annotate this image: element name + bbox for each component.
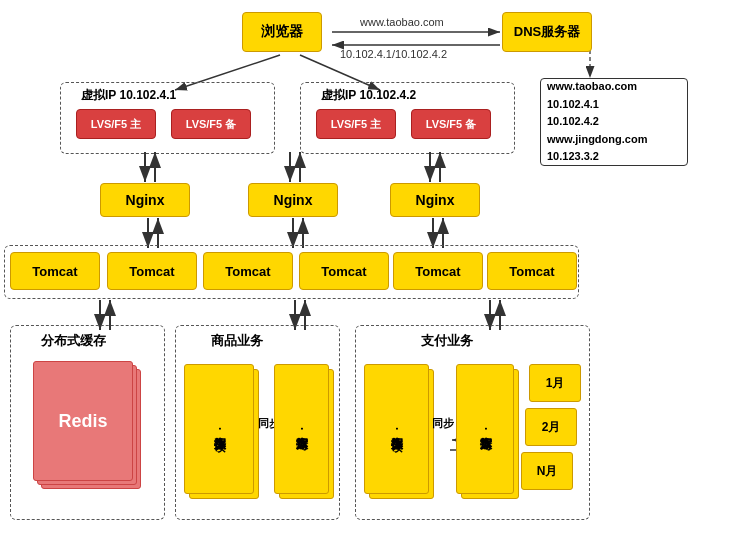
lvs-backup2-box: LVS/F5 备 <box>411 109 491 139</box>
tomcat5-box: Tomcat <box>393 252 483 290</box>
section1-label: 分布式缓存 <box>41 332 106 350</box>
nginx3-box: Nginx <box>390 183 480 217</box>
nginx2-box: Nginx <box>248 183 338 217</box>
svg-text:www.taobao.com: www.taobao.com <box>359 16 444 28</box>
section3-label: 支付业务 <box>421 332 473 350</box>
browser-box: 浏览器 <box>242 12 322 52</box>
lvs-master1-box: LVS/F5 主 <box>76 109 156 139</box>
vip1-container: 虚拟IP 10.102.4.1 LVS/F5 主 LVS/F5 备 <box>60 82 275 154</box>
lvs-backup1-box: LVS/F5 备 <box>171 109 251 139</box>
architecture-diagram: www.taobao.com 10.102.4.1/10.102.4.2 <box>0 0 752 535</box>
section1-container: 分布式缓存 Redis <box>10 325 165 520</box>
sync2-label: 同步 <box>432 416 454 431</box>
tomcat3-box: Tomcat <box>203 252 293 290</box>
nginx1-box: Nginx <box>100 183 190 217</box>
lvs-master2-box: LVS/F5 主 <box>316 109 396 139</box>
tomcat2-box: Tomcat <box>107 252 197 290</box>
svg-text:10.102.4.1/10.102.4.2: 10.102.4.1/10.102.4.2 <box>340 48 447 60</box>
section2-label: 商品业务 <box>211 332 263 350</box>
vip1-label: 虚拟IP 10.102.4.1 <box>81 87 176 104</box>
dns-info-box: www.taobao.com 10.102.4.1 10.102.4.2 www… <box>540 78 688 166</box>
tomcat4-box: Tomcat <box>299 252 389 290</box>
tomcat1-box: Tomcat <box>10 252 100 290</box>
vip2-label: 虚拟IP 10.102.4.2 <box>321 87 416 104</box>
tomcat6-box: Tomcat <box>487 252 577 290</box>
section3-container: 支付业务 数据库·读 同步 数据库·写 1月 2月 <box>355 325 590 520</box>
section2-container: 商品业务 数据库·读 同步 数据库·写 <box>175 325 340 520</box>
dns-server-box: DNS服务器 <box>502 12 592 52</box>
vip2-container: 虚拟IP 10.102.4.2 LVS/F5 主 LVS/F5 备 <box>300 82 515 154</box>
